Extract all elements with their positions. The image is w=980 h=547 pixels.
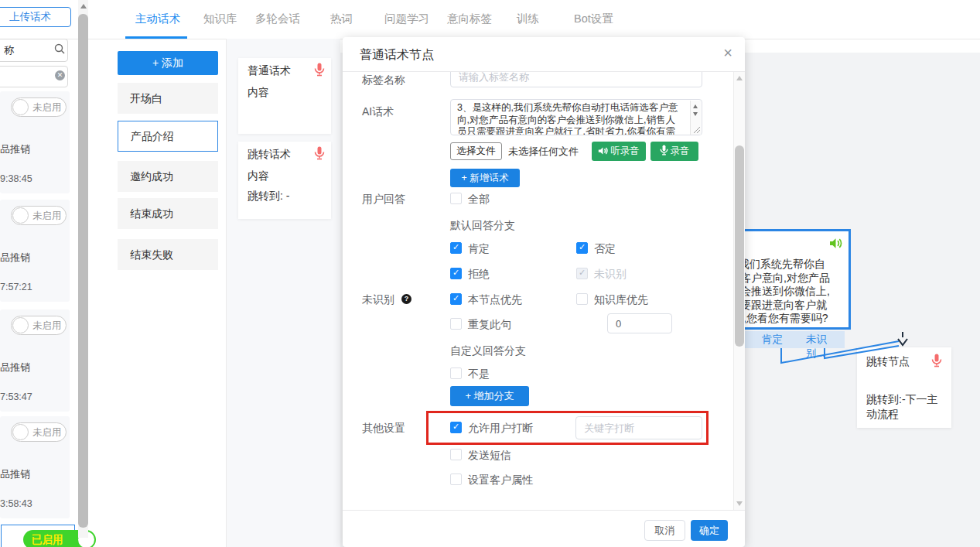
- scroll-up-arrow-icon[interactable]: [693, 104, 698, 108]
- jump-node-target: 跳转到:-下一主动流程: [866, 392, 944, 422]
- checkbox-label: 全部: [468, 193, 490, 207]
- tab-knowledge-base[interactable]: 知识库: [203, 0, 237, 38]
- search-icon: [54, 43, 65, 54]
- checkbox-label: 重复此句: [468, 318, 511, 332]
- repeat-count-input[interactable]: [607, 313, 672, 333]
- script-list-item[interactable]: 未启用 品推销 7:53:47: [0, 309, 70, 412]
- choose-file-button[interactable]: 选择文件: [450, 142, 502, 160]
- checkbox-box[interactable]: [450, 422, 462, 433]
- tab-hot-words[interactable]: 热词: [330, 0, 353, 38]
- menu-item-invite-success[interactable]: 邀约成功: [118, 161, 218, 192]
- keyword-interrupt-input[interactable]: [575, 416, 702, 439]
- active-tab-underline: [125, 36, 187, 39]
- record-label: 录音: [671, 145, 690, 156]
- help-question-icon[interactable]: ?: [401, 294, 411, 304]
- resize-grip-icon[interactable]: [694, 127, 700, 133]
- toggle-label: 未启用: [32, 210, 62, 223]
- enable-toggle-off[interactable]: 未启用: [11, 422, 67, 442]
- menu-item-end-fail[interactable]: 结束失败: [118, 239, 218, 270]
- mic-icon: [314, 146, 325, 160]
- canvas-jump-node[interactable]: 跳转节点 跳转到:-下一主动流程: [857, 347, 951, 428]
- enable-toggle-off[interactable]: 未启用: [11, 206, 67, 225]
- checkbox-label: 允许用户打断: [468, 422, 533, 436]
- node-card-jump-script[interactable]: 跳转话术 内容 跳转到: -: [238, 142, 331, 219]
- enable-toggle-off[interactable]: 未启用: [11, 316, 67, 335]
- toggle-knob: [12, 317, 29, 333]
- script-time: 9:38:45: [0, 173, 32, 184]
- script-list-item[interactable]: 未启用 品推销 9:38:45: [0, 91, 70, 193]
- script-name: 品推销: [0, 361, 30, 374]
- app-root: 主动话术 知识库 多轮会话 热词 问题学习 意向标签 训练 Bot设置 上传话术…: [0, 0, 980, 547]
- tab-question-learning[interactable]: 问题学习: [384, 0, 429, 38]
- clear-input-icon[interactable]: ✕: [55, 70, 65, 80]
- toggle-label: 未启用: [32, 426, 62, 439]
- modal-footer: 取消 确定: [343, 510, 745, 547]
- cancel-button[interactable]: 取消: [644, 520, 685, 541]
- checkbox-label: 肯定: [468, 242, 490, 256]
- script-time: 3:58:43: [0, 498, 32, 509]
- add-branch-button[interactable]: + 增加分支: [450, 386, 529, 406]
- checkbox-box[interactable]: [450, 449, 462, 460]
- checkbox-box[interactable]: [576, 293, 588, 305]
- toggle-knob: [12, 207, 29, 224]
- scroll-up-arrow-icon[interactable]: [736, 76, 743, 80]
- toggle-label: 已启用: [32, 533, 63, 547]
- script-list-item[interactable]: 未启用 品推销 3:58:43: [0, 416, 70, 518]
- ai-script-textarea[interactable]: 3、是这样的,我们系统先帮你自动打电话筛选客户意向,对您产品有意向的客户会推送到…: [450, 99, 702, 135]
- tab-bot-settings[interactable]: Bot设置: [574, 0, 613, 38]
- confirm-button[interactable]: 确定: [691, 520, 728, 541]
- add-node-button[interactable]: + 添加: [118, 51, 218, 75]
- branch-affirm[interactable]: 肯定: [762, 333, 783, 347]
- top-nav: 主动话术 知识库 多轮会话 热词 问题学习 意向标签 训练 Bot设置: [0, 0, 980, 39]
- checkbox-box[interactable]: [450, 473, 462, 485]
- checkbox-box[interactable]: [450, 318, 462, 330]
- scroll-up-arrow-icon[interactable]: [80, 4, 87, 9]
- script-list-item-enabled[interactable]: 已启用: [1, 525, 75, 547]
- modal-header: 普通话术节点 ×: [343, 37, 745, 72]
- speaker-icon[interactable]: [829, 238, 842, 249]
- checkbox-box[interactable]: [450, 242, 462, 254]
- node-card-line: 内容: [248, 169, 269, 183]
- checkbox-label: 未识别: [594, 268, 627, 282]
- checkbox-box[interactable]: [450, 293, 462, 305]
- menu-item-product-intro[interactable]: 产品介绍: [118, 121, 218, 152]
- checkbox-box[interactable]: [450, 368, 462, 379]
- checkbox-box: [576, 268, 588, 279]
- upload-script-button[interactable]: 上传话术: [0, 7, 71, 27]
- checkbox-label: 设置客户属性: [468, 473, 533, 487]
- node-card-normal-script[interactable]: 普通话术 内容: [238, 58, 331, 134]
- add-script-button[interactable]: + 新增话术: [450, 169, 520, 187]
- modal-scrollbar-thumb[interactable]: [735, 145, 744, 347]
- script-list-item[interactable]: 未启用 品推销 7:57:21: [0, 200, 70, 302]
- enable-toggle-off[interactable]: 未启用: [11, 97, 67, 117]
- default-branch-title: 默认回答分支: [450, 219, 515, 233]
- branch-unrecognized[interactable]: 未识别...: [806, 333, 845, 361]
- menu-item-opening[interactable]: 开场白: [118, 83, 218, 114]
- close-icon[interactable]: ×: [723, 44, 732, 62]
- node-card-jump-target: 跳转到: -: [248, 190, 289, 203]
- node-card-title: 普通话术: [248, 64, 291, 78]
- tab-multi-turn[interactable]: 多轮会话: [255, 0, 300, 38]
- checkbox-box[interactable]: [576, 242, 588, 254]
- scroll-down-arrow-icon[interactable]: [736, 501, 743, 506]
- mic-icon: [660, 145, 668, 156]
- field-ai-script: AI话术: [362, 105, 394, 119]
- field-label-name: 标签名称: [362, 74, 405, 87]
- script-name: 品推销: [0, 142, 30, 156]
- label-name-input[interactable]: [450, 72, 702, 87]
- scroll-down-arrow-icon[interactable]: [693, 112, 698, 116]
- checkbox-box[interactable]: [450, 193, 462, 204]
- left-list-scrollbar-thumb[interactable]: [78, 14, 88, 528]
- modal-scrollbar-track[interactable]: [733, 72, 745, 510]
- mic-icon: [314, 63, 325, 77]
- tab-intent-tags[interactable]: 意向标签: [447, 0, 492, 38]
- checkbox-box[interactable]: [450, 268, 462, 279]
- record-button[interactable]: 录音: [650, 142, 698, 161]
- menu-item-end-success[interactable]: 结束成功: [118, 198, 218, 229]
- toggle-knob: [12, 99, 29, 115]
- tab-training[interactable]: 训练: [517, 0, 539, 38]
- jump-node-title: 跳转节点: [866, 355, 910, 369]
- custom-branch-title: 自定义回答分支: [450, 344, 526, 358]
- tab-active-scripts[interactable]: 主动话术: [135, 0, 180, 38]
- listen-recording-button[interactable]: 听录音: [592, 142, 646, 161]
